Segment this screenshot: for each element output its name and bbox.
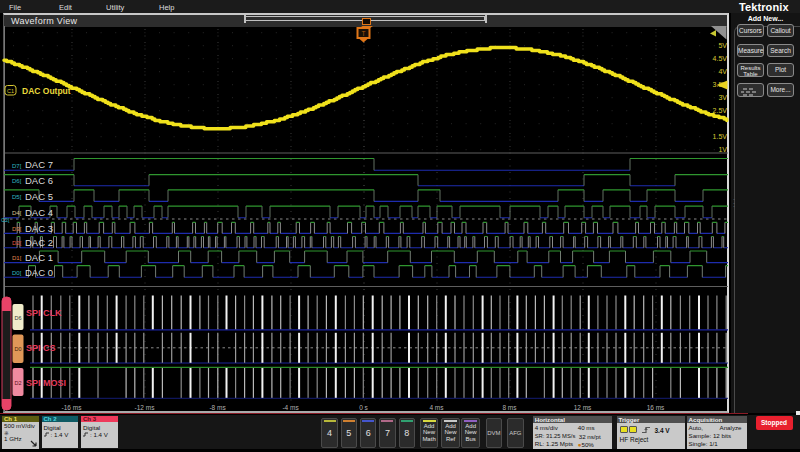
svg-text:C1: C1 xyxy=(7,88,14,94)
svg-text:D4[: D4[ xyxy=(12,210,22,216)
svg-text:4V: 4V xyxy=(718,68,727,75)
svg-text:D2: D2 xyxy=(14,380,21,386)
svg-text:4 ms: 4 ms xyxy=(429,404,444,411)
svg-text:4.5V: 4.5V xyxy=(713,55,728,62)
svg-text:DAC 6: DAC 6 xyxy=(25,175,53,186)
svg-text:DAC Output: DAC Output xyxy=(22,86,71,96)
svg-text:DAC 3: DAC 3 xyxy=(25,223,53,234)
svg-text:5V: 5V xyxy=(718,42,727,49)
svg-text:16 ms: 16 ms xyxy=(647,404,665,411)
svg-text:D5[: D5[ xyxy=(12,194,22,200)
svg-text:-4 ms: -4 ms xyxy=(282,404,299,411)
svg-text:-16 ms: -16 ms xyxy=(62,404,83,411)
svg-text:DAC 2: DAC 2 xyxy=(25,237,53,248)
svg-text:0 s: 0 s xyxy=(359,404,368,411)
svg-text:SPI CS: SPI CS xyxy=(26,343,56,353)
svg-text:D6: D6 xyxy=(14,315,21,321)
svg-text:D1[: D1[ xyxy=(12,255,22,261)
svg-text:DAC 1: DAC 1 xyxy=(25,252,53,263)
svg-text:1V: 1V xyxy=(718,146,727,153)
svg-text:DAC 4: DAC 4 xyxy=(25,207,53,218)
svg-text:D3[: D3[ xyxy=(12,226,22,232)
svg-text:-8 ms: -8 ms xyxy=(209,404,226,411)
svg-text:DAC 5: DAC 5 xyxy=(25,191,53,202)
svg-text:SPI CLK: SPI CLK xyxy=(26,308,62,318)
svg-text:D7[: D7[ xyxy=(12,163,22,169)
svg-text:3V: 3V xyxy=(718,94,727,101)
svg-text:-12 ms: -12 ms xyxy=(135,404,156,411)
svg-text:DAC 0: DAC 0 xyxy=(25,267,53,278)
svg-text:8 ms: 8 ms xyxy=(502,404,517,411)
svg-text:1.5V: 1.5V xyxy=(713,133,728,140)
svg-text:DAC 7: DAC 7 xyxy=(25,159,53,170)
svg-text:C2[: C2[ xyxy=(1,217,10,223)
svg-text:2.5V: 2.5V xyxy=(713,107,728,114)
svg-text:D6[: D6[ xyxy=(12,178,22,184)
svg-text:T: T xyxy=(362,30,366,37)
svg-text:D0[: D0[ xyxy=(12,270,22,276)
svg-text:SPI MOSI: SPI MOSI xyxy=(26,378,66,388)
svg-text:12 ms: 12 ms xyxy=(574,404,592,411)
svg-text:D2[: D2[ xyxy=(12,240,22,246)
svg-text:D0: D0 xyxy=(14,346,21,352)
